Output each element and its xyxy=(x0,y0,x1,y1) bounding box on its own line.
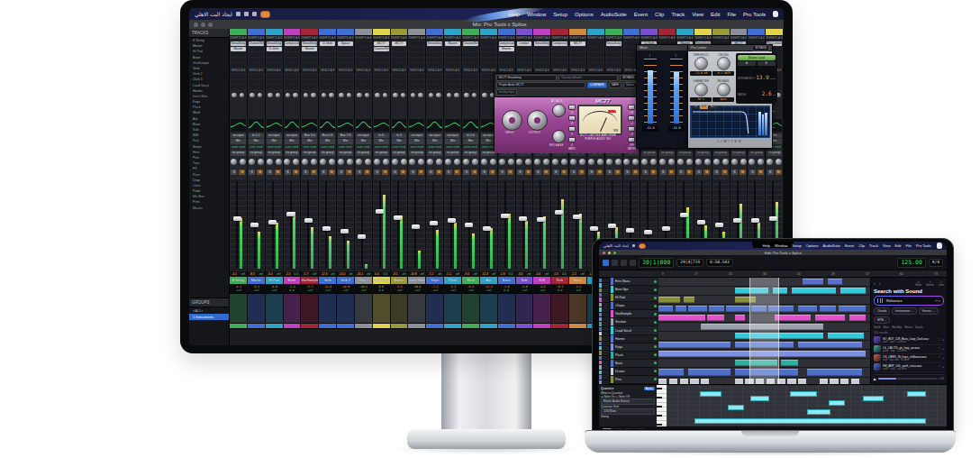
send-slot[interactable] xyxy=(445,85,460,89)
plugin-safe-button[interactable]: SAFE xyxy=(609,82,622,88)
fader-handle[interactable] xyxy=(501,214,509,218)
knob[interactable] xyxy=(717,57,730,70)
solo-button[interactable]: S xyxy=(428,169,434,175)
output-selector[interactable]: Mix xyxy=(445,139,460,143)
record-ready-icon[interactable] xyxy=(654,297,657,299)
ratio-button[interactable] xyxy=(568,115,576,121)
input-selector[interactable]: Bus 3-4 xyxy=(302,133,317,138)
meter-readout[interactable]: 4/4 xyxy=(929,259,943,267)
send-slot[interactable] xyxy=(427,85,442,89)
insert-slot[interactable] xyxy=(463,52,478,57)
solo-button[interactable]: S xyxy=(517,169,523,175)
track-nameplate[interactable]: Pluck xyxy=(444,277,461,284)
menu-setup[interactable]: Setup xyxy=(790,243,803,248)
mini-track-row[interactable] xyxy=(599,317,609,321)
insert-slot[interactable] xyxy=(302,63,317,68)
output-selector[interactable]: Mix xyxy=(302,139,317,143)
search-with-sound-input[interactable]: Reference ⟳✕ xyxy=(874,296,944,306)
mini-track-row[interactable] xyxy=(599,356,609,360)
input-selector[interactable]: In 3 xyxy=(374,133,389,138)
insert-slot[interactable] xyxy=(499,63,514,68)
track-nameplate[interactable]: Kick xyxy=(551,277,568,284)
send-slot[interactable] xyxy=(392,85,407,89)
menu-view[interactable]: View xyxy=(880,243,893,248)
menu-track[interactable]: Track xyxy=(867,243,881,248)
mute-button[interactable]: M xyxy=(329,169,335,175)
group-selector[interactable]: no group xyxy=(659,151,675,155)
mute-button[interactable]: M xyxy=(614,169,621,175)
send-knob[interactable] xyxy=(482,93,487,98)
fader-handle[interactable] xyxy=(268,220,277,224)
audio-clip[interactable] xyxy=(840,379,848,384)
like-icon[interactable]: ♡ xyxy=(938,365,940,369)
insert-slot[interactable] xyxy=(481,52,496,57)
insert-slot[interactable] xyxy=(570,58,585,62)
audio-clip[interactable] xyxy=(688,306,707,312)
menu-edit[interactable]: Edit xyxy=(707,12,723,17)
track-nameplate[interactable]: Wurli xyxy=(462,277,479,284)
insert-slot[interactable]: ChannelStrip xyxy=(249,41,264,46)
group-selector[interactable]: no group xyxy=(749,151,764,155)
insert-slot[interactable] xyxy=(249,52,264,57)
battery-icon[interactable] xyxy=(260,11,270,18)
insert-slot[interactable] xyxy=(392,63,407,68)
solo-button[interactable]: S xyxy=(588,169,594,175)
meter-button[interactable] xyxy=(628,126,635,132)
audio-clip[interactable] xyxy=(849,315,867,321)
send-knob[interactable] xyxy=(429,93,434,98)
input-selector[interactable]: no input xyxy=(427,133,442,138)
mute-button[interactable]: M xyxy=(632,169,639,175)
eq-curve-thumbnail[interactable] xyxy=(231,119,246,132)
eq-curve-thumbnail[interactable] xyxy=(267,119,282,132)
mini-track-row[interactable] xyxy=(599,298,609,301)
send-slot[interactable] xyxy=(463,79,478,84)
insert-slot[interactable]: Limiter xyxy=(517,41,532,46)
sample-result-row[interactable]: LS_CAL725_gtr_loop_air.wavguitar · loop … xyxy=(874,345,944,354)
audio-clip[interactable] xyxy=(798,306,817,312)
meter-window[interactable]: Meter 1-13.82-14.0 xyxy=(636,44,690,149)
output-selector[interactable]: Mix xyxy=(249,139,264,143)
pan-knob[interactable] xyxy=(615,159,622,165)
input-selector[interactable]: Bus 5-6 xyxy=(320,133,335,138)
minimize-icon[interactable] xyxy=(608,252,611,254)
forward-icon[interactable]: › xyxy=(879,280,881,286)
audio-clip[interactable] xyxy=(803,279,824,285)
insert-slot[interactable] xyxy=(445,52,460,57)
record-ready-icon[interactable] xyxy=(654,280,657,283)
automation-mode[interactable]: auto read xyxy=(356,145,371,150)
insert-slot[interactable]: Maxim xyxy=(499,47,514,51)
send-slot[interactable] xyxy=(302,74,317,78)
insert-slot[interactable] xyxy=(463,58,478,62)
tag-item[interactable]: Hip Hop xyxy=(892,325,902,329)
pan-knob[interactable] xyxy=(534,159,540,165)
insert-slot[interactable] xyxy=(356,52,371,57)
send-slot[interactable] xyxy=(392,79,407,84)
fader-handle[interactable] xyxy=(644,230,652,234)
nav-home-icon[interactable]: ⌂Home xyxy=(915,279,921,287)
timeline-selection[interactable] xyxy=(749,278,779,384)
audio-clip[interactable] xyxy=(658,297,680,303)
selector-tool-icon[interactable] xyxy=(612,260,618,266)
fader-handle[interactable] xyxy=(537,217,545,222)
attack-knob[interactable] xyxy=(552,104,566,117)
insert-slot[interactable] xyxy=(499,52,514,57)
send-knob[interactable] xyxy=(286,93,291,98)
output-selector[interactable]: Mix xyxy=(231,139,246,143)
automation-mode[interactable]: auto read xyxy=(267,145,282,150)
insert-slot[interactable] xyxy=(409,58,424,62)
automation-mode[interactable]: auto read xyxy=(249,145,264,150)
pan-knob[interactable] xyxy=(231,159,237,165)
insert-slot[interactable]: Smoothing xyxy=(267,41,282,46)
track-nameplate[interactable]: Bass xyxy=(498,277,515,284)
solo-button[interactable]: S xyxy=(285,169,291,175)
send-slot[interactable] xyxy=(249,79,264,84)
send-slot[interactable] xyxy=(338,79,353,84)
meter-button[interactable] xyxy=(628,105,635,110)
pan-knob[interactable] xyxy=(597,159,603,165)
input-selector[interactable]: no input xyxy=(445,133,460,138)
fader-handle[interactable] xyxy=(376,209,384,214)
track-nameplate[interactable]: VoxSample xyxy=(301,277,318,284)
midi-note[interactable] xyxy=(750,396,769,401)
traffic-lights[interactable] xyxy=(194,23,213,27)
traffic-lights[interactable] xyxy=(603,252,616,254)
